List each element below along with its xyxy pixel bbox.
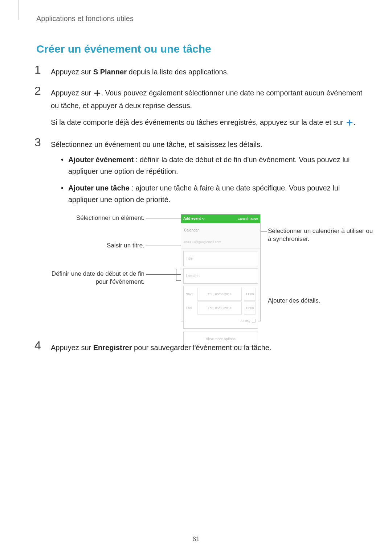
leader-line bbox=[260, 301, 267, 301]
title-field[interactable]: Title bbox=[183, 251, 258, 266]
label-select-element: Sélectionner un élément. bbox=[68, 214, 144, 222]
label-select-calendar: Sélectionner un calendrier à utiliser ou… bbox=[268, 227, 377, 243]
step4-bold: Enregistrer bbox=[93, 344, 132, 352]
start-time[interactable]: 11:00 bbox=[244, 288, 256, 301]
end-date[interactable]: Thu, 05/06/2014 bbox=[197, 301, 242, 315]
label-add-details: Ajouter des détails. bbox=[268, 297, 362, 305]
step-3: Sélectionnez un événement ou une tâche, … bbox=[36, 139, 363, 332]
header-buttons: Cancel Save bbox=[237, 213, 258, 225]
step3-intro: Sélectionnez un événement ou une tâche, … bbox=[51, 140, 262, 148]
calendar-account: an1413@googlemail.com bbox=[184, 236, 257, 248]
leader-line bbox=[260, 231, 267, 231]
start-row[interactable]: Start Thu, 05/06/2014 11:00 bbox=[186, 288, 256, 301]
label-enter-title: Saisir un titre. bbox=[68, 242, 144, 250]
step-4: Appuyez sur Enregistrer pour sauvegarder… bbox=[36, 342, 363, 353]
step2b-pre: Si la date comporte déjà des événements … bbox=[51, 118, 346, 126]
plus-icon bbox=[94, 88, 101, 100]
leader-line bbox=[146, 218, 181, 218]
margin-rule bbox=[18, 0, 19, 20]
save-button[interactable]: Save bbox=[250, 213, 258, 225]
plus-icon-blue bbox=[346, 118, 353, 129]
manual-page: Applications et fonctions utiles Créer u… bbox=[0, 0, 392, 554]
end-time[interactable]: 12:00 bbox=[244, 301, 256, 315]
step3-bullet1: Ajouter événement : définir la date de d… bbox=[61, 154, 363, 177]
step3-bullets: Ajouter événement : définir la date de d… bbox=[61, 154, 363, 205]
label-set-dates: Définir une date de début et de fin pour… bbox=[51, 270, 144, 286]
step4-pre: Appuyez sur bbox=[51, 344, 93, 352]
cancel-button[interactable]: Cancel bbox=[237, 213, 248, 225]
breadcrumb: Applications et fonctions utiles bbox=[36, 15, 363, 23]
step-2: Appuyez sur . Vous pouvez également séle… bbox=[36, 87, 363, 129]
step2a-pre: Appuyez sur bbox=[51, 89, 93, 97]
bullet1-bold: Ajouter événement bbox=[68, 156, 134, 164]
location-field[interactable]: Location bbox=[183, 268, 258, 284]
leader-line bbox=[146, 274, 181, 275]
step2b-post: . bbox=[354, 118, 356, 126]
dates-block: Start Thu, 05/06/2014 11:00 End Thu, 05/… bbox=[183, 286, 258, 329]
start-label: Start bbox=[186, 288, 195, 300]
phone-mockup: Add event Cancel Save Calendar an1413@go… bbox=[181, 214, 261, 321]
all-day-checkbox[interactable] bbox=[252, 319, 256, 323]
start-date[interactable]: Thu, 05/06/2014 bbox=[197, 288, 242, 301]
section-title: Créer un événement ou une tâche bbox=[36, 43, 363, 55]
step1-pre: Appuyez sur bbox=[51, 68, 93, 76]
leader-branch bbox=[176, 280, 181, 281]
steps-list: Appuyez sur S Planner depuis la liste de… bbox=[36, 66, 363, 353]
step4-post: pour sauvegarder l'événement ou la tâche… bbox=[132, 344, 271, 352]
all-day-label: All day bbox=[240, 319, 250, 323]
page-number: 61 bbox=[0, 535, 392, 543]
add-event-tab[interactable]: Add event bbox=[183, 213, 205, 225]
calendar-selector[interactable]: Calendar an1413@googlemail.com bbox=[181, 223, 260, 249]
leader-line bbox=[146, 246, 181, 246]
end-label: End bbox=[186, 302, 195, 314]
bullet2-bold: Ajouter une tâche bbox=[68, 184, 130, 192]
step1-bold: S Planner bbox=[93, 68, 127, 76]
calendar-label: Calendar bbox=[184, 225, 257, 236]
phone-header: Add event Cancel Save bbox=[181, 214, 260, 223]
step3-bullet2: Ajouter une tâche : ajouter une tâche à … bbox=[61, 182, 363, 205]
chevron-down-icon bbox=[202, 217, 205, 220]
step-1: Appuyez sur S Planner depuis la liste de… bbox=[36, 66, 363, 78]
leader-branch bbox=[176, 269, 181, 269]
step1-post: depuis la liste des applications. bbox=[127, 68, 229, 76]
all-day-row[interactable]: All day bbox=[186, 315, 256, 327]
screenshot-diagram: Sélectionner un élément. Saisir un titre… bbox=[51, 213, 363, 332]
add-event-label: Add event bbox=[183, 213, 201, 225]
leader-line-vertical bbox=[176, 269, 176, 280]
end-row[interactable]: End Thu, 05/06/2014 12:00 bbox=[186, 301, 256, 315]
